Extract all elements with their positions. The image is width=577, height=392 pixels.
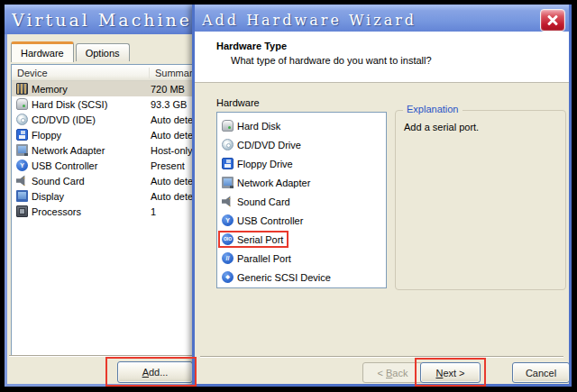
network-icon <box>16 144 28 156</box>
hardware-type-item[interactable]: Sound Card <box>220 192 384 211</box>
device-summary: Auto dete <box>151 114 193 125</box>
usb-icon <box>16 160 28 171</box>
device-summary: Auto dete <box>151 130 193 141</box>
add-hardware-wizard-dialog: Add Hardware Wizard Hardware Type What t… <box>192 5 572 387</box>
wizard-step-subtitle: What type of hardware do you want to ins… <box>231 55 569 66</box>
floppy-icon <box>16 129 28 141</box>
wizard-footer-divider <box>200 356 563 358</box>
hardware-type-item[interactable]: Generic SCSI Device <box>220 268 384 287</box>
hardware-type-item[interactable]: Parallel Port <box>220 249 384 268</box>
wizard-step-title: Hardware Type <box>216 41 569 51</box>
wizard-header: Hardware Type What type of hardware do y… <box>195 32 569 83</box>
cd-icon <box>222 139 234 150</box>
serial-icon <box>222 233 234 245</box>
scsi-icon <box>222 271 234 283</box>
hardware-type-label: USB Controller <box>237 215 303 226</box>
device-name: Memory <box>32 84 151 95</box>
cancel-button[interactable]: Cancel <box>512 362 570 383</box>
network-icon <box>222 177 234 188</box>
hardware-type-item-content: CD/DVD Drive <box>220 138 305 151</box>
hardware-type-label: Parallel Port <box>237 253 291 264</box>
settings-tabs: Hardware Options <box>11 41 132 61</box>
usb-icon <box>222 214 234 226</box>
harddisk-icon <box>222 120 234 132</box>
hardware-list-label: Hardware <box>216 97 260 108</box>
explanation-group: Explanation Add a serial port. <box>395 110 566 290</box>
column-header-device[interactable]: Device <box>12 68 150 78</box>
hardware-type-item-content: USB Controller <box>220 214 307 227</box>
device-name: Hard Disk (SCSI) <box>32 99 151 110</box>
device-summary: Present <box>151 160 185 171</box>
hardware-type-label: Network Adapter <box>237 178 310 188</box>
hardware-type-item[interactable]: Floppy Drive <box>220 154 384 173</box>
device-name: Network Adapter <box>32 145 151 156</box>
parallel-icon <box>222 252 234 264</box>
hardware-type-item-content: Generic SCSI Device <box>220 270 334 284</box>
device-summary: 1 <box>151 206 156 217</box>
hardware-type-label: Sound Card <box>237 196 290 207</box>
wizard-titlebar[interactable]: Add Hardware Wizard <box>195 5 569 34</box>
sound-icon <box>16 175 28 187</box>
screenshot-frame: Virtual Machine Se Hardware Options Devi… <box>0 0 577 392</box>
hardware-type-item[interactable]: USB Controller <box>220 211 384 230</box>
explanation-group-label: Explanation <box>403 104 463 114</box>
device-name: Display <box>32 191 151 202</box>
device-name: CD/DVD (IDE) <box>32 114 151 125</box>
display-icon <box>16 190 28 202</box>
device-summary: 93.3 GB <box>151 99 187 110</box>
hardware-type-item-content: Floppy Drive <box>220 157 297 170</box>
hardware-type-item[interactable]: Serial Port <box>220 230 384 249</box>
device-name: Floppy <box>32 130 151 141</box>
hardware-type-item[interactable]: Hard Disk <box>220 116 384 135</box>
wizard-title: Add Hardware Wizard <box>202 12 417 29</box>
hardware-type-label: CD/DVD Drive <box>237 140 301 150</box>
close-icon[interactable] <box>540 9 565 32</box>
device-summary: Host-only <box>151 145 192 156</box>
hardware-type-label: Serial Port <box>237 234 283 245</box>
hardware-type-label: Floppy Drive <box>237 159 293 169</box>
hardware-type-label: Generic SCSI Device <box>237 272 331 283</box>
hardware-type-item-content: Network Adapter <box>220 176 314 189</box>
tab-hardware[interactable]: Hardware <box>11 41 74 62</box>
device-name: USB Controller <box>32 160 151 171</box>
harddisk-icon <box>16 98 28 110</box>
hardware-type-item-content: Hard Disk <box>220 119 284 132</box>
device-summary: Auto dete <box>151 176 193 187</box>
cd-icon <box>16 114 28 125</box>
column-header-summary[interactable]: Summary <box>150 68 197 78</box>
memory-icon <box>16 83 28 95</box>
device-name: Sound Card <box>32 176 151 187</box>
hardware-type-item-content: Serial Port <box>220 232 287 246</box>
device-summary: Auto dete <box>151 191 193 202</box>
hardware-type-item[interactable]: Network Adapter <box>220 173 384 192</box>
processors-icon <box>16 205 28 217</box>
floppy-icon <box>222 158 234 169</box>
device-name: Processors <box>32 206 151 217</box>
hardware-type-label: Hard Disk <box>237 121 280 132</box>
device-summary: 720 MB <box>151 84 185 95</box>
hardware-type-list: Hard Disk CD/DVD Drive Floppy Drive <box>216 112 387 288</box>
sound-icon <box>222 196 234 207</box>
hardware-type-item[interactable]: CD/DVD Drive <box>220 135 384 154</box>
next-button[interactable]: Next > <box>420 362 481 383</box>
back-button[interactable]: < Back <box>362 362 423 383</box>
add-button[interactable]: Add... <box>117 361 193 383</box>
tab-options[interactable]: Options <box>76 43 130 61</box>
hardware-type-item-content: Parallel Port <box>220 251 295 265</box>
hardware-type-item-content: Sound Card <box>220 195 294 208</box>
